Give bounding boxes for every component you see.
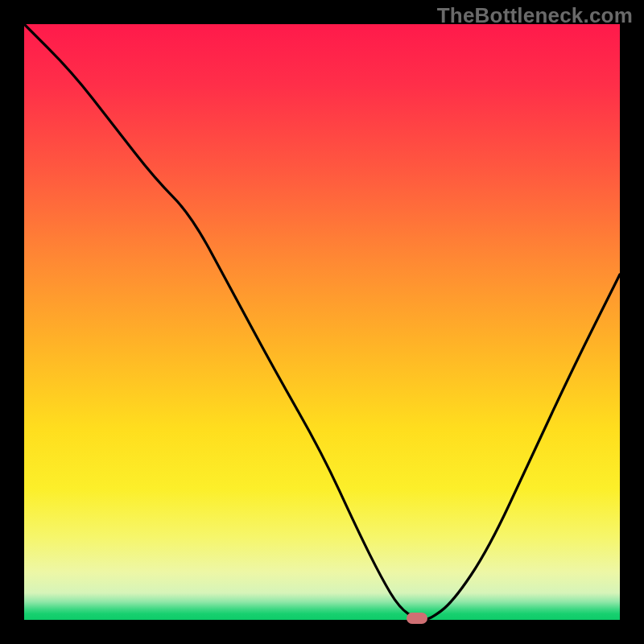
chart-frame: TheBottleneck.com	[0, 0, 644, 644]
optimal-point-marker	[407, 613, 427, 624]
bottleneck-curve-path	[24, 24, 620, 620]
plot-area	[24, 24, 620, 620]
curve-layer	[24, 24, 620, 620]
